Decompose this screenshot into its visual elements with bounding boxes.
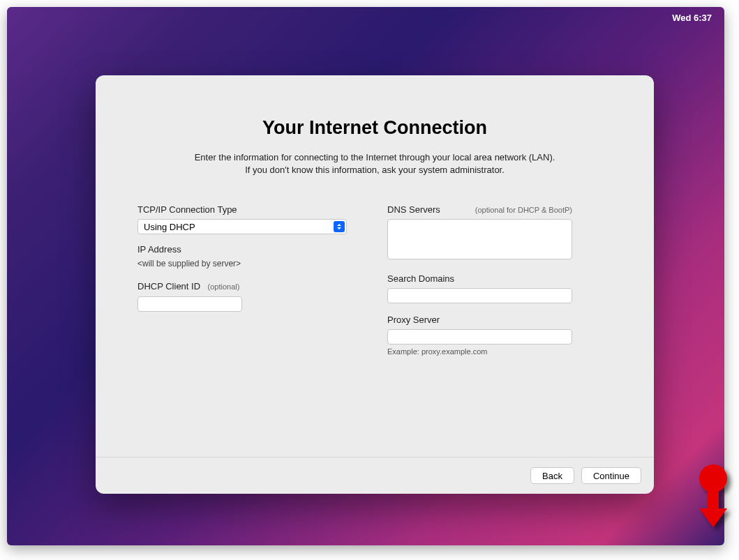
- svg-marker-2: [699, 508, 727, 527]
- dhcp-client-id-label: DHCP Client ID: [137, 281, 200, 292]
- dialog-title: Your Internet Connection: [137, 117, 612, 139]
- updown-chevron-icon: [334, 221, 345, 232]
- search-domains-input[interactable]: [387, 288, 572, 303]
- continue-button[interactable]: Continue: [581, 467, 641, 484]
- proxy-server-input[interactable]: [387, 329, 572, 345]
- svg-rect-1: [708, 484, 719, 512]
- arrow-annotation-icon: [689, 463, 738, 540]
- dhcp-client-id-hint: (optional): [208, 282, 240, 291]
- ip-address-value: <will be supplied by server>: [137, 259, 362, 268]
- search-domains-label: Search Domains: [387, 273, 612, 284]
- dhcp-client-id-input[interactable]: [137, 296, 242, 312]
- tcpip-connection-type-select[interactable]: Using DHCP: [137, 219, 347, 234]
- dns-servers-label: DNS Servers: [387, 204, 440, 215]
- menubar-clock: Wed 6:37: [672, 13, 712, 23]
- dns-servers-hint: (optional for DHCP & BootP): [475, 206, 572, 214]
- tcpip-connection-type-label: TCP/IP Connection Type: [137, 204, 362, 215]
- tcpip-connection-type-value: Using DHCP: [144, 222, 195, 232]
- dialog-subtitle: Enter the information for connecting to …: [137, 151, 612, 176]
- left-column: TCP/IP Connection Type Using DHCP IP Add…: [137, 204, 362, 367]
- subtitle-line-1: Enter the information for connecting to …: [195, 152, 555, 162]
- dns-servers-input[interactable]: [387, 219, 572, 259]
- subtitle-line-2: If you don't know this information, ask …: [245, 165, 505, 175]
- internet-connection-dialog: Your Internet Connection Enter the infor…: [96, 75, 654, 494]
- proxy-server-label: Proxy Server: [387, 315, 612, 325]
- svg-point-0: [699, 464, 727, 492]
- desktop-background: Wed 6:37 Your Internet Connection Enter …: [7, 7, 724, 545]
- right-column: DNS Servers (optional for DHCP & BootP) …: [387, 204, 612, 367]
- dialog-footer: Back Continue: [96, 457, 654, 494]
- proxy-server-example: Example: proxy.example.com: [387, 347, 612, 356]
- back-button[interactable]: Back: [530, 467, 574, 484]
- ip-address-label: IP Address: [137, 244, 362, 255]
